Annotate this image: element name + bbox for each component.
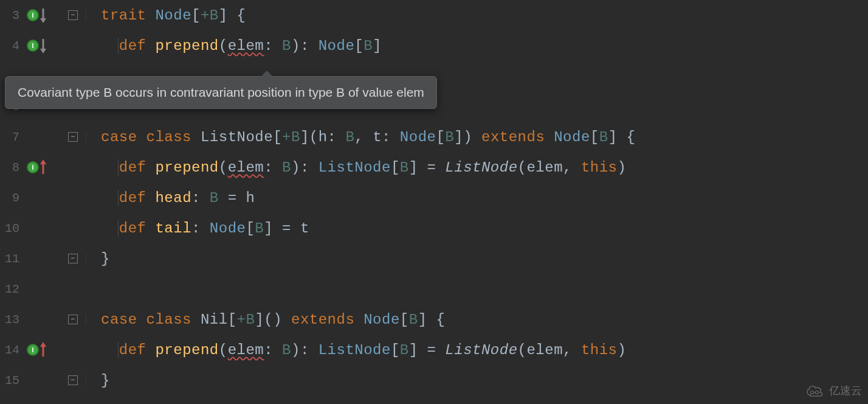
implements-icon[interactable]: I (27, 161, 39, 173)
code-token: ( (219, 159, 228, 176)
code-content[interactable]: def prepend(elem: B): ListNode[B] = List… (86, 342, 626, 358)
code-token: ListNode (445, 159, 517, 176)
fold-expand-icon[interactable]: − (68, 254, 78, 263)
code-line[interactable]: 12 (0, 274, 868, 304)
arrow-up-icon (39, 159, 47, 175)
code-line[interactable]: 15−} (0, 365, 868, 395)
code-token: : (328, 129, 346, 145)
code-token: head (155, 190, 191, 206)
line-number: 4 (0, 39, 23, 53)
code-content[interactable]: def prepend(elem: B): Node[B] (86, 38, 382, 54)
code-line[interactable]: 13−case class Nil[+B]() extends Node[B] … (0, 304, 868, 335)
code-content[interactable]: def prepend(elem: B): ListNode[B] = List… (86, 159, 626, 176)
code-token (101, 342, 119, 358)
code-token: B (363, 38, 373, 54)
code-line[interactable]: 7−case class ListNode[+B](h: B, t: Node[… (0, 122, 868, 152)
fold-collapse-icon[interactable]: − (68, 10, 78, 20)
code-token: ]) (454, 129, 481, 145)
line-number: 7 (0, 130, 23, 144)
code-token: tail (155, 220, 191, 237)
code-token: def (119, 190, 156, 206)
code-token: [ (246, 220, 255, 237)
code-token: [ (391, 159, 400, 176)
fold-expand-icon[interactable]: − (68, 375, 78, 385)
error-tooltip: Covariant type B occurs in contravariant… (5, 76, 437, 109)
code-token: : (264, 159, 282, 176)
fold-collapse-icon[interactable]: − (68, 132, 78, 142)
fold-gutter: − (60, 10, 86, 20)
code-token (101, 190, 119, 206)
code-token: B (255, 220, 264, 237)
code-token: this (581, 342, 618, 358)
gutter-icons: I (23, 7, 60, 23)
arrow-down-icon (39, 38, 47, 54)
implements-icon[interactable]: I (27, 40, 39, 52)
svg-point-8 (811, 391, 814, 394)
code-content[interactable]: case class Nil[+B]() extends Node[B] { (86, 312, 445, 328)
code-token: (elem, (518, 342, 581, 358)
code-token: [ (391, 342, 400, 358)
code-token: : (191, 190, 210, 206)
code-token: ): (291, 342, 319, 358)
code-content[interactable]: } (86, 372, 110, 389)
gutter-icons: I (23, 342, 60, 358)
code-content[interactable]: case class ListNode[+B](h: B, t: Node[B]… (86, 129, 635, 145)
code-token: B (409, 312, 418, 328)
code-token: elem (228, 38, 264, 54)
code-token (101, 159, 119, 176)
code-token (101, 38, 119, 54)
code-line[interactable]: 9 def head: B = h (0, 183, 868, 213)
code-content[interactable]: def tail: Node[B] = t (86, 220, 309, 237)
fold-collapse-icon[interactable]: − (68, 315, 78, 324)
code-token: [ (436, 129, 445, 145)
code-token: : (264, 38, 282, 54)
code-token: ListNode (201, 129, 273, 145)
code-content[interactable]: } (86, 251, 110, 267)
code-line[interactable]: 10 def tail: Node[B] = t (0, 213, 868, 243)
code-token: t (373, 129, 382, 145)
line-number: 14 (0, 343, 23, 357)
implements-icon[interactable]: I (27, 344, 39, 356)
code-token: [ (590, 129, 599, 145)
code-content[interactable]: def head: B = h (86, 190, 255, 206)
code-token: : (264, 342, 282, 358)
line-number: 12 (0, 282, 23, 296)
code-token: B (345, 129, 354, 145)
line-number: 9 (0, 191, 23, 205)
code-token: [ (400, 312, 409, 328)
code-line[interactable]: 14I def prepend(elem: B): ListNode[B] = … (0, 335, 868, 365)
code-token: Node (155, 7, 191, 24)
code-token: [ (354, 38, 363, 54)
code-token: = h (219, 190, 255, 206)
watermark-text: 亿速云 (829, 383, 862, 398)
code-token: ) (618, 342, 627, 358)
code-token: : (191, 220, 210, 237)
svg-marker-7 (40, 342, 46, 347)
code-token: ] = (409, 342, 446, 358)
code-token: extends (291, 312, 363, 328)
code-token: def (119, 159, 156, 176)
code-token: ] { (608, 129, 636, 145)
line-number: 8 (0, 161, 23, 175)
code-token: } (101, 251, 110, 267)
code-token: case class (101, 312, 201, 328)
code-line[interactable]: 11−} (0, 243, 868, 274)
code-token (101, 220, 119, 237)
implements-icon[interactable]: I (27, 9, 39, 21)
svg-marker-3 (40, 49, 46, 54)
code-token: ] (373, 38, 382, 54)
indent-guide (118, 190, 119, 206)
code-editor[interactable]: 3I−trait Node[+B] {4I def prepend(elem: … (0, 0, 868, 404)
fold-gutter: − (60, 375, 86, 385)
code-token: ): (291, 38, 319, 54)
code-token: ) (618, 159, 627, 176)
code-line[interactable]: 3I−trait Node[+B] { (0, 0, 868, 30)
svg-marker-1 (40, 18, 46, 23)
code-line[interactable]: 4I def prepend(elem: B): Node[B] (0, 30, 868, 61)
watermark: 亿速云 (805, 383, 862, 398)
code-line[interactable]: 8I def prepend(elem: B): ListNode[B] = L… (0, 152, 868, 183)
svg-point-9 (816, 391, 819, 394)
code-token: ListNode (445, 342, 517, 358)
code-content[interactable]: trait Node[+B] { (86, 7, 246, 24)
code-token: B (445, 129, 454, 145)
